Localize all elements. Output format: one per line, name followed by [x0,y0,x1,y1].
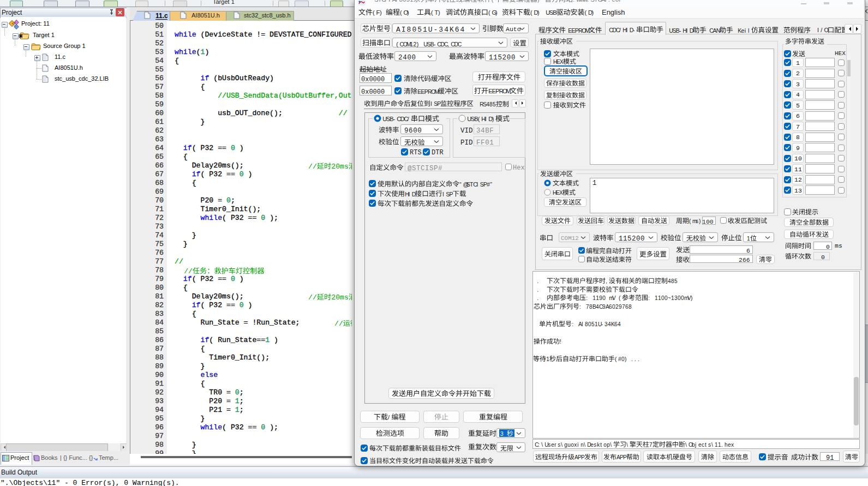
svg-text:(D): (D) [585,9,594,16]
svg-text:HEX: HEX [835,50,846,57]
svg-text:7: 7 [796,123,800,130]
svg-text:ISP: ISP [442,190,453,197]
svg-text:3: 3 [500,431,504,437]
svg-text:2400: 2400 [398,54,416,62]
svg-text:0x0000: 0x0000 [361,76,385,83]
svg-text://: // [334,320,343,327]
svg-text://: // [184,267,193,275]
svg-text:HEX: HEX [553,59,564,65]
svg-text:1: 1 [546,356,549,362]
svg-text:,: , [606,278,607,284]
svg-text:0x0000: 0x0000 [361,88,385,96]
svg-text:(#0) ...: (#0) ... [615,356,639,362]
svg-text:11: 11 [794,166,802,173]
svg-text:6: 6 [796,113,800,120]
svg-text:1: 1 [592,179,596,187]
svg-text:): ) [537,0,540,3]
svg-text:1: 1 [796,59,800,67]
svg-text:APP: APP [616,454,627,460]
svg-text:485: 485 [668,278,678,284]
svg-text:EEPROM: EEPROM [417,88,439,94]
svg-text:VID: VID [460,127,473,134]
svg-text:266: 266 [739,256,750,263]
svg-text:STC/IAP8051: STC/IAP8051 [374,0,413,3]
svg-text:HID: HID [405,190,416,197]
svg-text:(T): (T) [431,9,440,16]
svg-text:: AI8051U-34K64: : AI8051U-34K64 [572,321,621,327]
svg-text:4: 4 [796,92,800,99]
svg-text:9600: 9600 [404,127,422,135]
svg-text:(COM12) USB-CDC,CDC: (COM12) USB-CDC,CDC [396,40,462,47]
svg-text:(O): (O) [400,9,409,16]
svg-text:DTR: DTR [432,149,444,157]
svg-text:APP: APP [574,454,585,460]
svg-text:: 1100~1300mV): : 1100~1300mV) [648,295,692,301]
svg-text:ms: ms [835,243,842,250]
svg-text:100: 100 [702,218,714,225]
svg-text:/: / [388,414,390,421]
svg-text:7: 7 [649,442,653,448]
svg-text:USB-HID: USB-HID [669,27,694,33]
svg-text:RTS: RTS [410,149,422,157]
svg-text:I/O: I/O [817,27,829,33]
svg-text:USB(HID): USB(HID) [467,116,494,122]
svg-text:(D): (D) [530,9,540,16]
svg-text:(F): (F) [373,9,382,16]
svg-text:EEPROM: EEPROM [568,27,590,33]
svg-text:: 1190 mV (: : 1190 mV ( [586,295,621,301]
svg-text:13: 13 [794,187,802,194]
svg-text:(: ( [492,0,494,3]
svg-text:115200: 115200 [489,54,516,62]
svg-text:20ms: 20ms [331,293,349,301]
svg-text:CAN: CAN [709,27,720,33]
svg-text:English: English [602,8,625,16]
svg-text:9: 9 [796,145,800,152]
svg-text:(G): (G) [488,9,498,16]
svg-text:5: 5 [796,102,800,109]
svg-text:PID: PID [460,139,473,146]
svg-text:CDC/HID-: CDC/HID- [609,26,635,33]
svg-text:(ms): (ms) [689,218,701,224]
svg-text:6: 6 [746,247,750,254]
svg-text:0: 0 [821,254,825,261]
svg-text:\: \ [626,442,628,448]
svg-text:8: 8 [796,134,800,141]
svg-text:Hex: Hex [513,164,525,172]
svg-text:2: 2 [796,70,800,77]
svg-text:USB-CDC/: USB-CDC/ [382,116,409,122]
svg-text:Keil: Keil [738,27,749,33]
svg-text:10: 10 [794,155,802,163]
svg-text:\Objects\11.hex: \Objects\11.hex [685,442,734,448]
svg-text:12: 12 [794,177,802,184]
svg-text:.: . [537,278,538,284]
svg-text:HEX: HEX [553,190,563,196]
svg-text://: // [308,163,317,170]
svg-text::www.STCAI.com --: :www.STCAI.com -- [573,0,621,3]
svg-text:.: . [537,295,538,301]
svg-text:0: 0 [826,243,830,250]
svg-text:AI8051U-34K64: AI8051U-34K64 [396,26,465,34]
svg-text:91: 91 [826,454,834,462]
svg-text:115200: 115200 [619,235,645,243]
svg-text:34BF: 34BF [476,127,494,135]
svg-text:FF01: FF01 [476,139,494,147]
svg-text:USB: USB [546,9,556,16]
svg-text://: // [308,293,317,301]
svg-text:: 78B4C9A6029768: : 78B4C9A6029768 [579,304,632,310]
svg-text:COM12: COM12 [561,235,579,242]
svg-text:RS485: RS485 [480,101,496,107]
svg-text:!: ! [560,339,561,345]
svg-text:1: 1 [747,236,750,242]
svg-text:“@STCISP#”: “@STCISP#” [459,181,492,187]
svg-text:C:\Users\guoxin\Desktop\: C:\Users\guoxin\Desktop\ [535,442,612,448]
svg-text:@STCISP#: @STCISP# [408,165,442,172]
svg-text:ISP: ISP [430,101,441,107]
svg-text:.: . [537,287,538,293]
svg-text:Auto: Auto [506,26,521,33]
svg-text:20ms: 20ms [331,163,349,170]
svg-text:3: 3 [796,81,800,88]
svg-text:EEPROM: EEPROM [488,88,511,94]
